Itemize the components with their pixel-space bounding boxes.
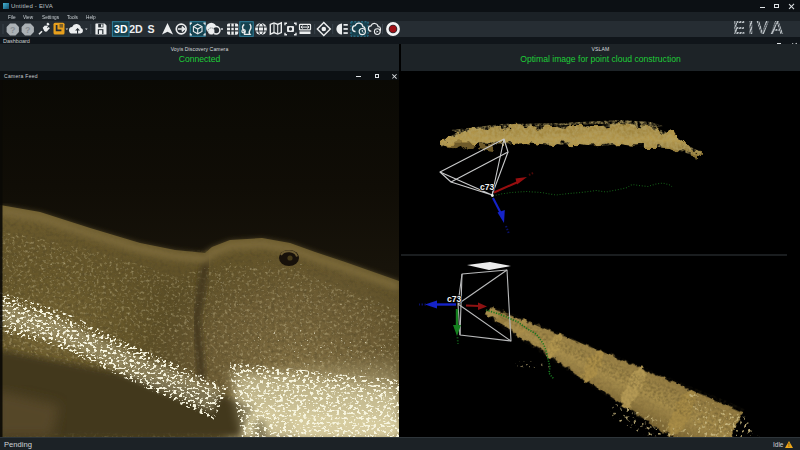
svg-text:S: S xyxy=(147,23,154,35)
svg-text:?: ? xyxy=(10,25,16,35)
svg-text:?: ? xyxy=(25,25,31,35)
svg-text:2D: 2D xyxy=(129,23,143,35)
svg-text:c73: c73 xyxy=(480,182,495,192)
svg-text:3D: 3D xyxy=(114,23,128,35)
svg-text:c73: c73 xyxy=(447,294,462,304)
